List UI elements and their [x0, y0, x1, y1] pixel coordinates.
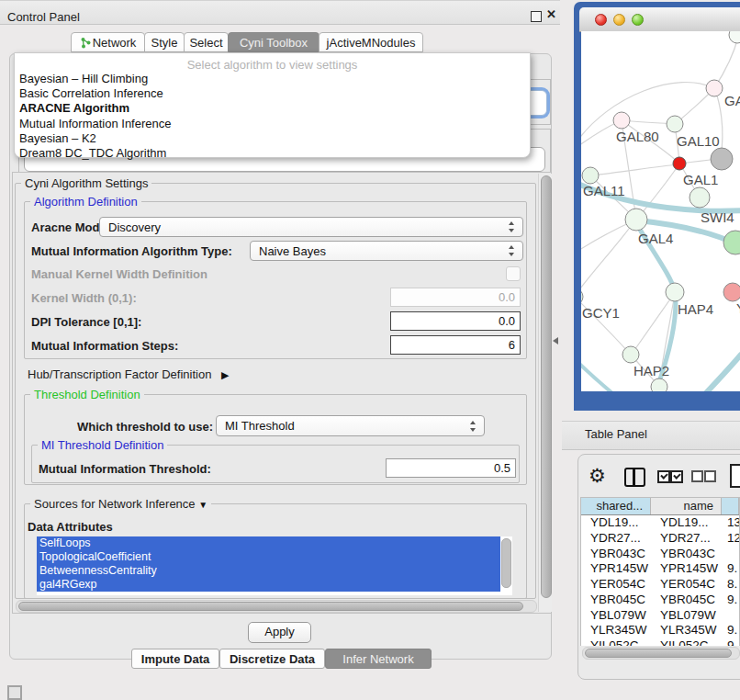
scrollbar-thumb[interactable]: [18, 602, 523, 611]
table-horizontal-scrollbar[interactable]: [582, 647, 740, 660]
network-node[interactable]: [723, 231, 740, 254]
tab-cyni-toolbox[interactable]: Cyni Toolbox: [228, 32, 320, 52]
table-row[interactable]: YER054CYER054C8.: [581, 577, 739, 593]
split-divider-arrow[interactable]: [553, 337, 558, 344]
list-item[interactable]: SelfLoops: [37, 536, 500, 550]
table-row[interactable]: YBR045CYBR045C9.: [581, 593, 739, 608]
dropdown-item-basic-correlation[interactable]: Basic Correlation Inference: [17, 86, 530, 101]
network-canvas[interactable]: GALGAL80GAL10GAL1GAL11GAL4SWI4GCY1HAP4YH…: [581, 31, 740, 391]
column-header-shared-name[interactable]: shared...: [581, 498, 651, 514]
table-cell[interactable]: YIL052C: [651, 638, 722, 646]
table-cell[interactable]: YBR043C: [581, 547, 651, 562]
mi-algorithm-type-select[interactable]: Naive Bayes: [250, 241, 523, 261]
table-cell[interactable]: YBR045C: [581, 593, 651, 608]
table-cell[interactable]: YBR045C: [651, 593, 722, 608]
table-cell[interactable]: 9.: [722, 561, 739, 577]
scrollbar-thumb[interactable]: [585, 649, 732, 658]
kernel-width-input[interactable]: 0.0: [390, 288, 521, 307]
table-row[interactable]: YPR145WYPR145W9.: [581, 561, 739, 577]
table-cell[interactable]: YER054C: [581, 577, 651, 593]
split-view-icon[interactable]: [624, 468, 645, 487]
column-header-name[interactable]: name: [651, 498, 722, 514]
which-threshold-select[interactable]: MI Threshold: [216, 415, 485, 436]
table-cell[interactable]: [722, 608, 739, 624]
close-icon[interactable]: ✕: [546, 7, 556, 21]
apply-button[interactable]: Apply: [248, 622, 311, 643]
select-all-icon[interactable]: [657, 470, 670, 483]
select-all-icon[interactable]: [670, 470, 683, 483]
table-cell[interactable]: [722, 547, 739, 562]
dropdown-item-dream8[interactable]: Dream8 DC_TDC Algorithm: [17, 146, 530, 161]
table-row[interactable]: YBR043CYBR043C: [581, 547, 739, 562]
aracne-mode-select[interactable]: Discovery: [99, 217, 523, 237]
network-node[interactable]: [581, 288, 583, 305]
dropdown-item-bayesian-hill-climbing[interactable]: Bayesian – Hill Climbing: [17, 72, 530, 86]
table-cell[interactable]: YDR27...: [651, 531, 722, 547]
network-node[interactable]: [723, 283, 740, 301]
network-node[interactable]: [667, 116, 683, 132]
list-item[interactable]: TopologicalCoefficient: [37, 550, 500, 564]
table-row[interactable]: YDL19...YDL19...13: [581, 515, 739, 531]
tab-network[interactable]: Network: [71, 32, 145, 52]
document-icon[interactable]: [730, 464, 740, 488]
mi-steps-input[interactable]: 6: [390, 335, 521, 355]
scrollbar-thumb[interactable]: [541, 175, 552, 598]
tab-style[interactable]: Style: [144, 32, 185, 52]
network-node[interactable]: [622, 346, 639, 363]
sources-collapser[interactable]: Sources for Network Inference ▼: [30, 497, 211, 511]
zoom-traffic-light[interactable]: [632, 14, 644, 26]
settings-horizontal-scrollbar[interactable]: [16, 600, 537, 613]
dropdown-item-bayesian-k2[interactable]: Bayesian – K2: [17, 131, 530, 146]
table-cell[interactable]: YBL079W: [581, 608, 651, 624]
float-window-icon[interactable]: [531, 11, 542, 22]
mi-threshold-input[interactable]: 0.5: [386, 458, 516, 478]
table-cell[interactable]: 8.: [722, 577, 739, 593]
deselect-all-icon[interactable]: [704, 470, 716, 482]
table-cell[interactable]: YBL079W: [651, 608, 722, 624]
table-cell[interactable]: YPR145W: [581, 561, 651, 577]
dropdown-item-aracne[interactable]: ARACNE Algorithm: [17, 101, 530, 116]
tab-jactivemnodules[interactable]: jActiveMNodules: [319, 32, 423, 52]
settings-vertical-scrollbar[interactable]: [538, 174, 552, 612]
network-node[interactable]: [711, 148, 733, 170]
tab-infer-network[interactable]: Infer Network: [325, 649, 432, 669]
network-node[interactable]: [673, 157, 686, 170]
table-row[interactable]: YDR27...YDR27...12: [581, 531, 739, 547]
hub-definition-expander[interactable]: Hub/Transcription Factor Definition ▶: [28, 367, 229, 381]
table-cell[interactable]: YDL19...: [581, 515, 651, 531]
network-node[interactable]: [625, 209, 647, 231]
minimize-traffic-light[interactable]: [613, 14, 625, 26]
deselect-all-icon[interactable]: [691, 470, 703, 482]
table-row[interactable]: YIL052CYIL052C9.: [581, 638, 739, 646]
table-cell[interactable]: YDL19...: [651, 515, 722, 531]
table-cell[interactable]: 9.: [722, 638, 739, 646]
network-node[interactable]: [666, 283, 684, 301]
network-node[interactable]: [706, 80, 723, 96]
table-cell[interactable]: YPR145W: [651, 561, 722, 577]
table-cell[interactable]: YER054C: [651, 577, 722, 593]
table-cell[interactable]: 9.: [722, 593, 739, 608]
close-traffic-light[interactable]: [595, 14, 607, 26]
table-cell[interactable]: YLR345W: [651, 623, 722, 638]
table-cell[interactable]: YDR27...: [581, 531, 651, 547]
tab-discretize-data[interactable]: Discretize Data: [219, 649, 325, 669]
network-node[interactable]: [613, 112, 630, 129]
list-item[interactable]: BetweennessCentrality: [37, 564, 500, 578]
tab-impute-data[interactable]: Impute Data: [131, 649, 219, 669]
manual-kernel-checkbox[interactable]: [506, 266, 521, 281]
table-cell[interactable]: YLR345W: [581, 623, 651, 638]
list-item[interactable]: gal4RGexp: [37, 578, 500, 592]
table-body[interactable]: YDL19...YDL19...13YDR27...YDR27...12YBR0…: [581, 515, 739, 646]
table-cell[interactable]: YBR043C: [651, 547, 722, 562]
network-node[interactable]: [690, 187, 710, 208]
network-node[interactable]: [651, 378, 667, 391]
network-node[interactable]: [582, 167, 599, 184]
tab-select[interactable]: Select: [184, 32, 229, 52]
data-attributes-list[interactable]: SelfLoops TopologicalCoefficient Between…: [37, 536, 512, 595]
table-cell[interactable]: 12: [722, 531, 739, 547]
table-cell[interactable]: 13: [722, 515, 739, 531]
table-row[interactable]: YLR345WYLR345W9.: [581, 623, 739, 638]
table-cell[interactable]: YIL052C: [581, 638, 651, 646]
dpi-tolerance-input[interactable]: 0.0: [390, 311, 521, 331]
network-window-titlebar[interactable]: [579, 7, 740, 32]
